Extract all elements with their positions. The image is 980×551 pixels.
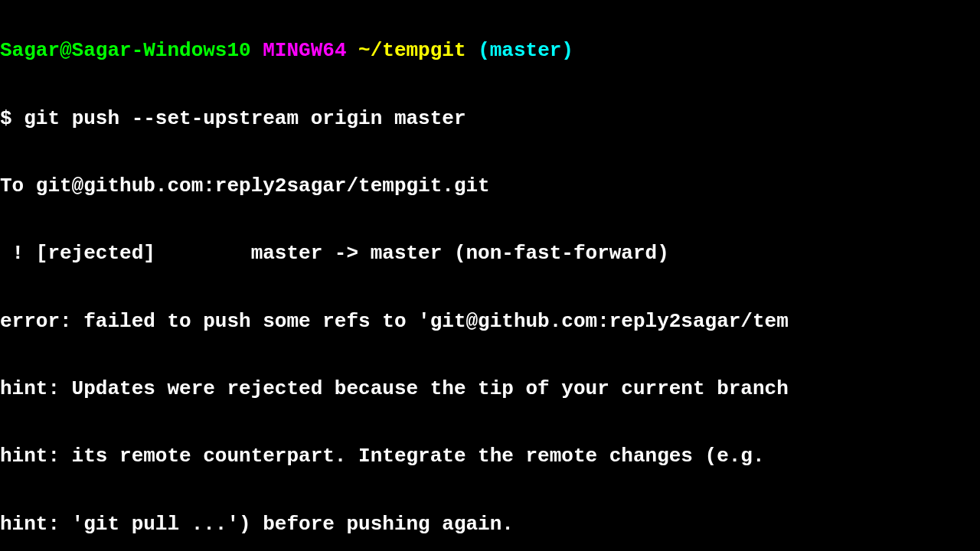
output-line-to: To git@github.com:reply2sagar/tempgit.gi… [0, 169, 980, 203]
command-line-1: $ git push --set-upstream origin master [0, 102, 980, 135]
output-line-error: error: failed to push some refs to 'git@… [0, 305, 980, 338]
prompt-line-1: Sagar@Sagar-Windows10 MINGW64 ~/tempgit … [0, 34, 980, 67]
mingw-label: MINGW64 [263, 39, 346, 62]
output-line-hint-3: hint: 'git pull ...') before pushing aga… [0, 507, 980, 541]
path: ~/tempgit [358, 39, 466, 62]
prompt-symbol: $ [0, 107, 24, 130]
user-host: Sagar@Sagar-Windows10 [0, 39, 251, 62]
output-line-rejected: ! [rejected] master -> master (non-fast-… [0, 236, 980, 270]
command-text: git push --set-upstream origin master [24, 107, 466, 130]
output-line-hint-1: hint: Updates were rejected because the … [0, 372, 980, 406]
branch: (master) [478, 39, 573, 62]
output-line-hint-2: hint: its remote counterpart. Integrate … [0, 439, 980, 473]
terminal-window[interactable]: Sagar@Sagar-Windows10 MINGW64 ~/tempgit … [0, 0, 980, 551]
